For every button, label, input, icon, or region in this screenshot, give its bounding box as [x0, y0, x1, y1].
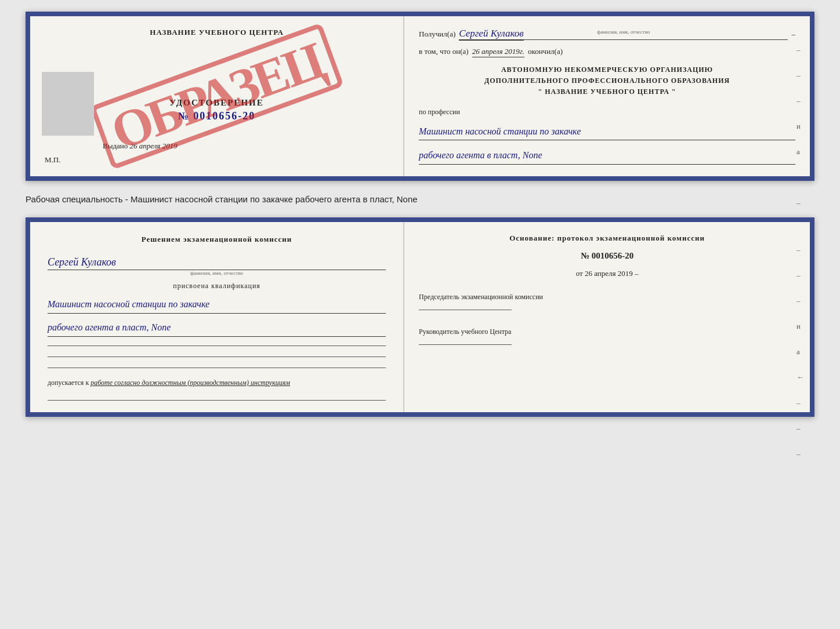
- description-text: Рабочая специальность - Машинист насосно…: [26, 191, 814, 207]
- qualification-line1: Машинист насосной станции по закачке: [48, 296, 386, 314]
- left-panel-top: НАЗВАНИЕ УЧЕБНОГО ЦЕНТРА ОБРАЗЕЦ УДОСТОВ…: [30, 16, 404, 176]
- osnovanie-text: Основание: протокол экзаменационной коми…: [419, 234, 795, 243]
- predsedatel-signature-line: [419, 310, 512, 310]
- qualification-line2: рабочего агента в пласт, None: [48, 319, 386, 337]
- org-block: АВТОНОМНУЮ НЕКОММЕРЧЕСКУЮ ОРГАНИЗАЦИЮ ДО…: [419, 64, 795, 98]
- dash6: ←: [796, 173, 804, 182]
- resheniem-text: Решением экзаменационной комиссии: [48, 234, 386, 246]
- blank-line-bottom-final: [48, 400, 386, 401]
- right-panel-bottom: Основание: протокол экзаменационной коми…: [404, 222, 810, 412]
- prisvoena-text: присвоена квалификация: [48, 282, 386, 290]
- fio-bottom-hint: фамилия, имя, отчество: [48, 270, 386, 276]
- fio-bottom-wrapper: Сергей Кулаков фамилия, имя, отчество: [48, 252, 386, 276]
- b-dash5: а: [796, 347, 804, 357]
- dash4: и: [796, 122, 804, 131]
- predsedatel-label: Председатель экзаменационной комиссии: [419, 292, 795, 302]
- b-dash7: –: [796, 398, 804, 408]
- po-professii: по профессии: [419, 108, 795, 117]
- blank-lines-bottom: [48, 346, 386, 368]
- b-dash1: –: [796, 245, 804, 254]
- org-line3: " НАЗВАНИЕ УЧЕБНОГО ЦЕНТРА ": [419, 86, 795, 97]
- org-line2: ДОПОЛНИТЕЛЬНОГО ПРОФЕССИОНАЛЬНОГО ОБРАЗО…: [419, 75, 795, 86]
- vtom-label: в том, что он(а): [419, 47, 469, 56]
- fio-hint-top: фамилия, имя, отчество: [597, 29, 650, 35]
- vtom-line: в том, что он(а) 26 апреля 2019г. окончи…: [419, 47, 795, 57]
- dash-right: –: [791, 30, 795, 39]
- right-dashes-bottom: – – – и а ← – – –: [796, 245, 804, 459]
- dash5: а: [796, 147, 804, 157]
- poluchil-label: Получил(а): [419, 30, 455, 39]
- b-dash2: –: [796, 271, 804, 280]
- udostoverenie-title: УДОСТОВЕРЕНИЕ: [45, 98, 389, 108]
- right-side-dashes: – – – и а ← –: [796, 45, 804, 208]
- dash1: –: [796, 45, 804, 54]
- dopuskaetsya-block: допускается к работе согласно должностны…: [48, 379, 386, 387]
- b-dash4: и: [796, 322, 804, 331]
- vydano-label: Выдано: [103, 141, 128, 150]
- udostoverenie-block: УДОСТОВЕРЕНИЕ № 0010656-20: [45, 98, 389, 122]
- fio-bottom-name: Сергей Кулаков: [48, 256, 386, 270]
- poluchil-line: Получил(а) фамилия, имя, отчество Сергей…: [419, 28, 795, 40]
- b-dash6: ←: [796, 373, 804, 382]
- dash3: –: [796, 96, 804, 106]
- ot-label: от: [576, 269, 583, 278]
- b-dash9: –: [796, 449, 804, 459]
- document-top: НАЗВАНИЕ УЧЕБНОГО ЦЕНТРА ОБРАЗЕЦ УДОСТОВ…: [26, 12, 814, 181]
- rukovoditel-label: Руководитель учебного Центра: [419, 327, 795, 337]
- org-line1: АВТОНОМНУЮ НЕКОММЕРЧЕСКУЮ ОРГАНИЗАЦИЮ: [419, 64, 795, 75]
- vtom-date: 26 апреля 2019г.: [472, 47, 524, 57]
- dash7: –: [796, 198, 804, 208]
- ot-date: 26 апреля 2019: [585, 269, 633, 278]
- b-dash8: –: [796, 424, 804, 433]
- vydano-date: 26 апреля 2019: [130, 141, 178, 150]
- vydano-line: Выдано 26 апреля 2019: [103, 124, 389, 151]
- center-title-top: НАЗВАНИЕ УЧЕБНОГО ЦЕНТРА: [45, 28, 389, 37]
- dopuskaetsya-text: работе согласно должностным (производств…: [90, 379, 290, 387]
- right-panel-top: Получил(а) фамилия, имя, отчество Сергей…: [404, 16, 810, 176]
- predsedatel-block: Председатель экзаменационной комиссии: [419, 292, 795, 310]
- dopuskaetsya-label: допускается к: [48, 379, 89, 387]
- okonchil-label: окончил(а): [528, 47, 563, 56]
- ot-dash: –: [635, 269, 639, 278]
- poluchil-name: Сергей Кулаков: [459, 28, 523, 41]
- dash2: –: [796, 71, 804, 80]
- b-dash3: –: [796, 296, 804, 306]
- blank-line-1: [48, 346, 386, 346]
- document-bottom: Решением экзаменационной комиссии Сергей…: [26, 217, 814, 416]
- protocol-number: № 0010656-20: [419, 251, 795, 261]
- blank-line-3: [48, 368, 386, 368]
- left-panel-bottom: Решением экзаменационной комиссии Сергей…: [30, 222, 404, 412]
- profession-line1: Машинист насосной станции по закачке: [419, 123, 795, 141]
- rukovoditel-block: Руководитель учебного Центра: [419, 327, 795, 345]
- description-main: Рабочая специальность - Машинист насосно…: [26, 194, 418, 204]
- mp-label: М.П.: [45, 155, 389, 165]
- poluchil-name-wrapper: фамилия, имя, отчество Сергей Кулаков: [459, 28, 788, 40]
- blank-line-2: [48, 357, 386, 357]
- ot-date-block: от 26 апреля 2019 –: [419, 269, 795, 278]
- profession-line2: рабочего агента в пласт, None: [419, 147, 795, 165]
- rukovoditel-signature-line: [419, 344, 512, 345]
- photo-placeholder: [42, 72, 94, 136]
- udostoverenie-number: № 0010656-20: [45, 110, 389, 122]
